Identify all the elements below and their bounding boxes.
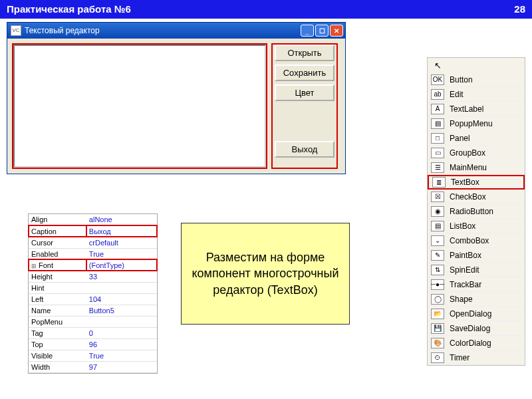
spinedit-icon: ⇅ (431, 265, 444, 275)
palette-label: PopupMenu (450, 119, 493, 128)
window-title: Текстовый редактор (25, 26, 100, 35)
palette-cursor-item[interactable]: ↖ (428, 58, 525, 72)
prop-value[interactable]: Button5 (86, 305, 157, 316)
palette-item-opendialog[interactable]: 📂OpenDialog (428, 307, 525, 321)
prop-name: Left (29, 293, 86, 305)
palette-item-groupbox[interactable]: ▭GroupBox (428, 146, 525, 160)
prop-row-height[interactable]: Height33 (29, 271, 157, 282)
palette-item-spinedit[interactable]: ⇅SpinEdit (428, 263, 525, 277)
palette-item-radiobutton[interactable]: ◉RadioButton (428, 204, 525, 219)
palette-item-popupmenu[interactable]: ▤PopupMenu (428, 116, 525, 131)
prop-row-enabled[interactable]: EnabledTrue (29, 248, 157, 259)
prop-row-caption[interactable]: CaptionВыход (29, 225, 157, 237)
palette-item-listbox[interactable]: ▤ListBox (428, 219, 525, 233)
component-palette[interactable]: ↖ OKButtonabEditATextLabel▤PopupMenu□Pan… (427, 57, 525, 366)
prop-name: Top (29, 338, 86, 350)
palette-label: PaintBox (450, 251, 481, 260)
exit-button[interactable]: Выход (275, 141, 334, 158)
groupbox-icon: ▭ (431, 148, 444, 158)
radiobutton-icon: ◉ (431, 206, 444, 217)
palette-label: Button (450, 75, 473, 84)
palette-label: Edit (450, 90, 464, 99)
palette-label: TrackBar (450, 280, 481, 289)
prop-name: Cursor (29, 237, 86, 248)
palette-label: Panel (450, 134, 470, 143)
prop-row-hint[interactable]: Hint (29, 282, 157, 293)
open-button[interactable]: Открыть (275, 45, 334, 61)
listbox-icon: ▤ (431, 221, 444, 231)
prop-row-name[interactable]: NameButton5 (29, 305, 157, 316)
palette-label: TextBox (451, 178, 479, 187)
prop-row-popmenu[interactable]: PopMenu (29, 316, 157, 327)
prop-name: Enabled (29, 248, 86, 259)
prop-row-font[interactable]: Font(FontType) (29, 259, 157, 271)
textbox-component[interactable] (13, 45, 266, 168)
button-column-highlight: Открыть Сохранить Цвет Выход (271, 43, 338, 169)
close-button[interactable]: ✕ (330, 25, 343, 37)
palette-item-shape[interactable]: ◯Shape (428, 292, 525, 307)
prop-value[interactable]: 33 (86, 271, 157, 282)
palette-item-paintbox[interactable]: ✎PaintBox (428, 248, 525, 263)
savedialog-icon: 💾 (431, 323, 444, 334)
client-area: Открыть Сохранить Цвет Выход (7, 39, 345, 174)
palette-label: MainMenu (450, 163, 487, 172)
prop-row-top[interactable]: Top96 (29, 338, 157, 350)
combobox-icon: ⌄ (431, 235, 444, 246)
palette-label: ComboBox (450, 236, 489, 245)
palette-item-checkbox[interactable]: ☒CheckBox (428, 190, 525, 204)
property-inspector[interactable]: AlignalNoneCaptionВыходCursorcrDefaultEn… (28, 213, 158, 374)
color-button[interactable]: Цвет (275, 84, 334, 101)
prop-name: PopMenu (29, 316, 86, 327)
prop-value[interactable]: True (86, 248, 157, 259)
prop-value[interactable]: 104 (86, 293, 157, 305)
prop-value[interactable] (86, 282, 157, 293)
palette-label: Timer (450, 353, 469, 362)
app-icon: VC (11, 25, 21, 36)
prop-value[interactable]: True (86, 350, 157, 361)
cursor-icon: ↖ (431, 60, 444, 70)
palette-item-mainmenu[interactable]: ☰MainMenu (428, 160, 525, 175)
palette-item-savedialog[interactable]: 💾SaveDialog (428, 321, 525, 336)
palette-item-textlabel[interactable]: ATextLabel (428, 102, 525, 116)
prop-value[interactable]: alNone (86, 214, 157, 225)
slide-header: Практическая работа №6 28 (0, 0, 532, 19)
prop-name: Caption (29, 225, 86, 237)
palette-label: TextLabel (450, 104, 483, 114)
opendialog-icon: 📂 (431, 309, 444, 319)
prop-row-width[interactable]: Width97 (29, 361, 157, 372)
prop-row-left[interactable]: Left104 (29, 293, 157, 305)
maximize-button[interactable]: ☐ (315, 25, 329, 37)
palette-label: RadioButton (450, 207, 493, 216)
prop-value[interactable]: 96 (86, 338, 157, 350)
save-button[interactable]: Сохранить (275, 65, 334, 81)
prop-row-visible[interactable]: VisibleTrue (29, 350, 157, 361)
prop-value[interactable]: Выход (86, 225, 157, 237)
palette-item-panel[interactable]: □Panel (428, 131, 525, 146)
palette-item-combobox[interactable]: ⌄ComboBox (428, 233, 525, 248)
prop-name: Align (29, 214, 86, 225)
palette-item-trackbar[interactable]: ─●─TrackBar (428, 277, 525, 292)
prop-value[interactable] (86, 316, 157, 327)
prop-value[interactable]: crDefault (86, 237, 157, 248)
popupmenu-icon: ▤ (431, 118, 444, 129)
palette-label: Shape (450, 295, 473, 304)
palette-label: ColorDialog (450, 338, 491, 348)
titlebar[interactable]: VC Текстовый редактор _ ☐ ✕ (7, 23, 345, 39)
palette-item-textbox[interactable]: ≣TextBox (428, 175, 525, 190)
palette-label: SpinEdit (450, 265, 479, 275)
prop-name: Tag (29, 327, 86, 338)
palette-item-timer[interactable]: ⏲Timer (428, 350, 525, 365)
prop-value[interactable]: 0 (86, 327, 157, 338)
prop-row-cursor[interactable]: CursorcrDefault (29, 237, 157, 248)
palette-item-colordialog[interactable]: 🎨ColorDialog (428, 336, 525, 350)
palette-label: GroupBox (450, 148, 485, 158)
prop-row-tag[interactable]: Tag0 (29, 327, 157, 338)
prop-row-align[interactable]: AlignalNone (29, 214, 157, 225)
button-icon: OK (431, 74, 444, 85)
palette-item-edit[interactable]: abEdit (428, 87, 525, 102)
palette-item-button[interactable]: OKButton (428, 72, 525, 87)
prop-value[interactable]: 97 (86, 361, 157, 372)
prop-value[interactable]: (FontType) (86, 259, 157, 271)
minimize-button[interactable]: _ (301, 25, 314, 37)
checkbox-icon: ☒ (431, 192, 444, 202)
